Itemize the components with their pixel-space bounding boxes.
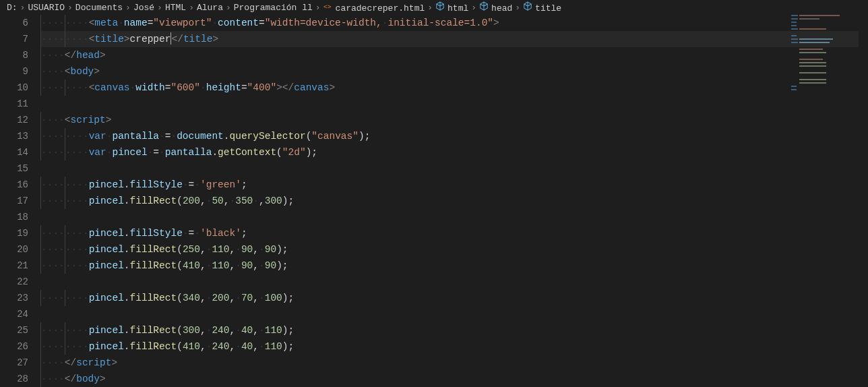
breadcrumb-item[interactable]: Documents xyxy=(75,3,123,13)
chevron-right-icon: › xyxy=(67,3,73,13)
line-number: 13 xyxy=(0,128,28,144)
breadcrumb-label: HTML xyxy=(165,3,186,13)
code-line[interactable]: ········pincel.fillRect(410,·240,·40,·11… xyxy=(40,338,868,355)
code-line[interactable]: ········pincel.fillRect(410,·110,·90,·90… xyxy=(40,258,868,274)
breadcrumb-item[interactable]: USUARIO xyxy=(28,3,65,13)
chevron-right-icon: › xyxy=(315,3,321,13)
code-line[interactable]: ····</script> xyxy=(40,355,868,371)
breadcrumb-item[interactable]: html xyxy=(435,1,468,13)
code-line[interactable] xyxy=(40,96,868,112)
line-number: 20 xyxy=(0,241,28,258)
breadcrumb-item[interactable]: José xyxy=(133,3,154,13)
code-line[interactable]: ····</head> xyxy=(40,47,868,63)
line-number: 8 xyxy=(0,47,28,63)
line-number: 15 xyxy=(0,160,28,177)
line-number: 21 xyxy=(0,258,28,274)
code-line[interactable] xyxy=(40,209,868,225)
line-number: 12 xyxy=(0,112,28,128)
vertical-scrollbar[interactable] xyxy=(859,15,868,387)
breadcrumb-label: Programación ll xyxy=(234,3,313,13)
editor-area[interactable]: 6789101112131415161718192021222324252627… xyxy=(0,15,868,387)
line-number: 19 xyxy=(0,225,28,241)
line-number: 7 xyxy=(0,31,28,47)
minimap[interactable] xyxy=(791,15,859,96)
chevron-right-icon: › xyxy=(157,3,162,13)
breadcrumb-item[interactable]: HTML xyxy=(165,3,186,13)
breadcrumb-item[interactable]: head xyxy=(479,1,512,13)
line-number: 23 xyxy=(0,290,28,306)
line-gutter: 6789101112131415161718192021222324252627… xyxy=(0,15,40,387)
chevron-right-icon: › xyxy=(125,3,131,13)
line-number: 18 xyxy=(0,209,28,225)
line-number: 16 xyxy=(0,177,28,193)
line-number: 27 xyxy=(0,355,28,371)
code-line[interactable]: ····<script> xyxy=(40,112,868,128)
symbol-icon xyxy=(479,1,489,11)
chevron-right-icon: › xyxy=(20,3,26,13)
code-line[interactable]: ········var·pantalla·=·document.querySel… xyxy=(40,128,868,144)
breadcrumb-item[interactable]: Alura xyxy=(197,3,223,13)
code-line[interactable]: ········pincel.fillRect(200,·50,·350·,30… xyxy=(40,193,868,209)
code-line[interactable]: ····</body> xyxy=(40,371,868,387)
breadcrumb-label: head xyxy=(491,3,512,13)
line-number: 26 xyxy=(0,338,28,355)
breadcrumb-item[interactable]: <>caradecreper.html xyxy=(323,1,425,13)
code-line[interactable]: ········pincel.fillRect(300,·240,·40,·11… xyxy=(40,322,868,338)
line-number: 6 xyxy=(0,15,28,31)
chevron-right-icon: › xyxy=(189,3,194,13)
code-line[interactable]: ········<canvas·width="600"·height="400"… xyxy=(40,80,868,96)
code-line[interactable] xyxy=(40,160,868,177)
chevron-right-icon: › xyxy=(226,3,231,13)
code-line[interactable]: ····<body> xyxy=(40,63,868,80)
code-line[interactable] xyxy=(40,274,868,290)
line-number: 10 xyxy=(0,80,28,96)
svg-text:<>: <> xyxy=(323,3,332,11)
file-html-icon: <> xyxy=(323,1,333,11)
line-number: 17 xyxy=(0,193,28,209)
breadcrumb-item[interactable]: title xyxy=(523,1,561,13)
breadcrumb[interactable]: D:›USUARIO›Documents›José›HTML›Alura›Pro… xyxy=(0,0,868,15)
line-number: 28 xyxy=(0,371,28,387)
symbol-icon xyxy=(435,1,445,11)
chevron-right-icon: › xyxy=(427,3,433,13)
line-number: 22 xyxy=(0,274,28,290)
code-line[interactable]: ········<meta·name="viewport"·content="w… xyxy=(40,15,868,31)
breadcrumb-label: Documents xyxy=(75,3,123,13)
code-line[interactable] xyxy=(40,306,868,322)
breadcrumb-label: html xyxy=(447,3,468,13)
code-line[interactable]: ········pincel.fillStyle·=·'black'; xyxy=(40,225,868,241)
breadcrumb-label: caradecreper.html xyxy=(336,3,425,13)
code-line[interactable]: ········pincel.fillRect(250,·110,·90,·90… xyxy=(40,241,868,258)
breadcrumb-label: D: xyxy=(7,3,18,13)
line-number: 14 xyxy=(0,144,28,160)
code-content[interactable]: ········<meta·name="viewport"·content="w… xyxy=(40,15,868,387)
symbol-icon xyxy=(523,1,532,11)
breadcrumb-label: USUARIO xyxy=(28,3,65,13)
line-number: 9 xyxy=(0,63,28,80)
code-line[interactable]: ········pincel.fillRect(340,·200,·70,·10… xyxy=(40,290,868,306)
line-number: 11 xyxy=(0,96,28,112)
breadcrumb-label: José xyxy=(133,3,154,13)
breadcrumb-label: title xyxy=(535,3,561,13)
code-line[interactable]: ········pincel.fillStyle·=·'green'; xyxy=(40,177,868,193)
line-number: 24 xyxy=(0,306,28,322)
chevron-right-icon: › xyxy=(515,3,520,13)
breadcrumb-item[interactable]: D: xyxy=(7,3,18,13)
breadcrumb-label: Alura xyxy=(197,3,223,13)
chevron-right-icon: › xyxy=(471,3,476,13)
code-line[interactable]: ········<title>crepper</title> xyxy=(40,31,868,47)
line-number: 25 xyxy=(0,322,28,338)
breadcrumb-item[interactable]: Programación ll xyxy=(234,3,313,13)
code-line[interactable]: ········var·pincel·=·pantalla.getContext… xyxy=(40,144,868,160)
